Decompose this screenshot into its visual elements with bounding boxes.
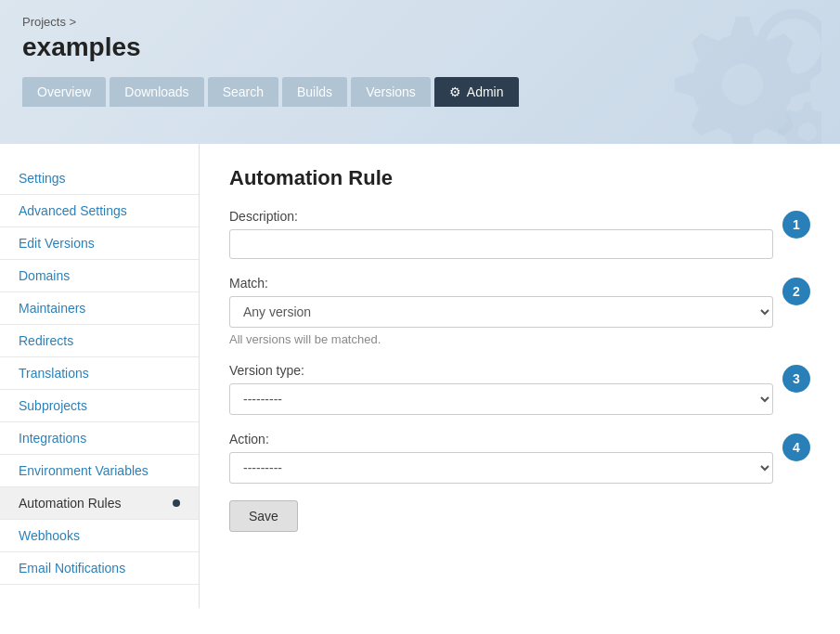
sidebar-item-maintainers[interactable]: Maintainers bbox=[0, 292, 199, 325]
sidebar-item-settings[interactable]: Settings bbox=[0, 162, 199, 195]
action-row: Action: --------- 4 bbox=[229, 432, 810, 484]
version-type-label: Version type: bbox=[229, 363, 773, 378]
gear-decoration bbox=[673, 9, 821, 144]
version-type-row: Version type: --------- 3 bbox=[229, 363, 810, 415]
sidebar-item-webhooks[interactable]: Webhooks bbox=[0, 520, 199, 552]
action-select[interactable]: --------- bbox=[229, 452, 773, 484]
tab-search[interactable]: Search bbox=[208, 77, 278, 107]
sidebar-item-redirects[interactable]: Redirects bbox=[0, 325, 199, 357]
main-content: Automation Rule Description: 1 Match: An… bbox=[200, 144, 840, 608]
step-badge-3: 3 bbox=[782, 365, 810, 393]
action-group: Action: --------- bbox=[229, 432, 773, 484]
sidebar: Settings Advanced Settings Edit Versions… bbox=[0, 144, 200, 608]
svg-point-0 bbox=[722, 64, 763, 105]
match-label: Match: bbox=[229, 276, 773, 291]
form-actions: Save bbox=[229, 500, 810, 532]
sidebar-item-translations[interactable]: Translations bbox=[0, 357, 199, 390]
description-label: Description: bbox=[229, 209, 773, 224]
tab-builds[interactable]: Builds bbox=[282, 77, 347, 107]
sidebar-item-advanced-settings[interactable]: Advanced Settings bbox=[0, 195, 199, 227]
svg-point-1 bbox=[798, 123, 817, 141]
save-button[interactable]: Save bbox=[229, 500, 298, 532]
match-select[interactable]: Any version bbox=[229, 296, 773, 328]
tab-overview[interactable]: Overview bbox=[22, 77, 106, 107]
version-type-select[interactable]: --------- bbox=[229, 383, 773, 415]
sidebar-item-integrations[interactable]: Integrations bbox=[0, 422, 199, 455]
step-badge-2: 2 bbox=[782, 278, 810, 305]
header: Projects > examples Overview Downloads S… bbox=[0, 0, 840, 144]
match-hint: All versions will be matched. bbox=[229, 332, 773, 346]
description-group: Description: bbox=[229, 209, 773, 259]
active-dot bbox=[173, 499, 180, 507]
description-input[interactable] bbox=[229, 229, 773, 259]
sidebar-item-edit-versions[interactable]: Edit Versions bbox=[0, 227, 199, 260]
tab-admin[interactable]: ⚙ Admin bbox=[434, 77, 519, 107]
version-type-group: Version type: --------- bbox=[229, 363, 773, 415]
sidebar-item-subprojects[interactable]: Subprojects bbox=[0, 390, 199, 422]
sidebar-item-email-notifications[interactable]: Email Notifications bbox=[0, 552, 199, 585]
match-row: Match: Any version All versions will be … bbox=[229, 276, 810, 346]
step-badge-4: 4 bbox=[782, 433, 810, 461]
gear-icon: ⚙ bbox=[449, 84, 461, 99]
action-label: Action: bbox=[229, 432, 773, 446]
page-title: Automation Rule bbox=[229, 166, 810, 190]
content-area: Settings Advanced Settings Edit Versions… bbox=[0, 144, 840, 608]
tab-versions[interactable]: Versions bbox=[351, 77, 431, 107]
description-row: Description: 1 bbox=[229, 209, 810, 259]
step-badge-1: 1 bbox=[782, 211, 810, 239]
sidebar-item-domains[interactable]: Domains bbox=[0, 260, 199, 292]
sidebar-item-environment-variables[interactable]: Environment Variables bbox=[0, 455, 199, 487]
sidebar-item-automation-rules[interactable]: Automation Rules bbox=[0, 487, 199, 520]
match-group: Match: Any version All versions will be … bbox=[229, 276, 773, 346]
tab-downloads[interactable]: Downloads bbox=[110, 77, 203, 107]
